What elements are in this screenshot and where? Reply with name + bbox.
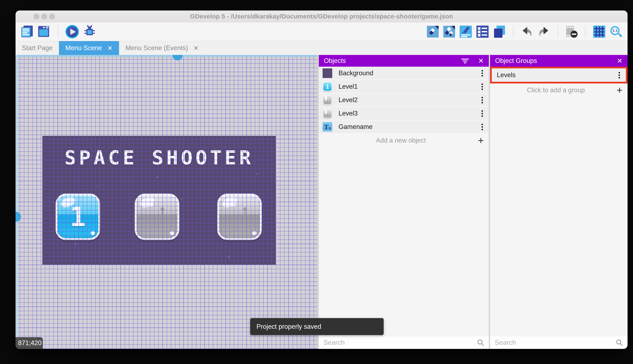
object-menu-icon[interactable]	[479, 69, 485, 77]
vertical-scrollbar[interactable]	[16, 55, 18, 349]
object-menu-icon[interactable]	[479, 96, 485, 104]
tab-label: Menu Scene	[65, 44, 102, 52]
icon-part	[481, 100, 483, 101]
add-object-label: Add a new object	[324, 137, 478, 144]
icon-part	[463, 60, 467, 62]
icon-part	[481, 88, 483, 90]
icon-part	[461, 36, 467, 37]
groups-panel-title: Object Groups	[495, 57, 537, 64]
tab-start-page[interactable]: Start Page	[16, 41, 59, 55]
tab-menu-scene[interactable]: Menu Scene ✕	[59, 41, 119, 55]
star-decoration	[97, 186, 98, 187]
tab-menu-scene-events[interactable]: Menu Scene (Events) ✕	[119, 41, 205, 55]
play-preview-icon[interactable]	[66, 25, 79, 38]
object-menu-icon[interactable]	[479, 82, 485, 91]
filter-icon[interactable]	[461, 58, 469, 63]
object-row-gamename[interactable]: Tx Gamename	[319, 120, 489, 134]
icon-part	[482, 28, 487, 29]
close-tab-icon[interactable]: ✕	[193, 44, 199, 52]
icon-part	[478, 30, 480, 33]
debug-icon[interactable]	[84, 26, 96, 38]
close-tab-icon[interactable]: ✕	[107, 44, 113, 52]
plus-icon[interactable]: +	[478, 136, 484, 146]
icon-part	[435, 26, 439, 30]
icon-part	[462, 59, 469, 60]
objects-panel-empty-area	[319, 147, 489, 336]
close-panel-icon[interactable]: ✕	[478, 58, 484, 64]
redo-icon[interactable]	[538, 26, 550, 38]
icon-part	[572, 34, 576, 35]
undo-icon[interactable]	[521, 26, 533, 38]
close-panel-icon[interactable]: ✕	[617, 58, 622, 64]
vertical-scrollbar-thumb[interactable]	[16, 212, 21, 222]
icon-part	[481, 102, 483, 103]
close-window-button[interactable]	[34, 14, 39, 19]
group-menu-icon[interactable]	[616, 71, 622, 79]
traffic-lights	[34, 14, 55, 19]
toolbar-separator	[557, 26, 558, 38]
object-row-background[interactable]: Background	[319, 67, 489, 80]
save-toast: Project properly saved	[250, 318, 384, 335]
search-icon	[616, 339, 623, 346]
plus-icon[interactable]: +	[617, 85, 622, 95]
zoom-1-1-icon[interactable]: 1:1	[610, 26, 622, 38]
scene-objects-icon[interactable]	[427, 26, 439, 38]
object-label: Gamename	[339, 123, 373, 131]
scene-properties-icon[interactable]	[460, 26, 472, 38]
add-group-row[interactable]: Click to add a group +	[490, 84, 627, 97]
minimize-window-button[interactable]	[41, 14, 47, 19]
horizontal-scrollbar-thumb[interactable]	[173, 55, 183, 60]
icon-part	[325, 96, 327, 100]
icon-part	[23, 34, 29, 35]
game-scene[interactable]: + + + SPACE SHOOTER 1	[42, 136, 276, 264]
icon-part	[594, 31, 604, 32]
icon-part	[91, 25, 92, 27]
icon-part	[481, 124, 483, 125]
groups-search-input[interactable]	[495, 339, 616, 346]
instances-list-icon[interactable]	[476, 26, 489, 38]
toggle-mask-icon[interactable]	[565, 26, 578, 38]
object-menu-icon[interactable]	[479, 123, 485, 131]
objects-panel: Objects ✕ Background 1 Level1	[319, 55, 489, 349]
object-groups-icon[interactable]	[443, 26, 455, 38]
sparkle-decoration: +	[74, 241, 77, 247]
layers-icon[interactable]	[493, 26, 505, 38]
icon-part	[618, 72, 620, 74]
icon-part	[445, 30, 449, 35]
icon-part	[84, 30, 87, 31]
horizontal-scrollbar[interactable]	[16, 55, 318, 57]
preview-window-icon[interactable]	[38, 26, 50, 38]
icon-part	[43, 27, 45, 28]
scene-editor-canvas[interactable]: + + + SPACE SHOOTER 1	[16, 55, 318, 349]
game-title-text: SPACE SHOOTER	[42, 147, 276, 169]
project-manager-icon[interactable]	[21, 26, 33, 38]
toolbar-separator	[58, 26, 58, 38]
group-row-levels[interactable]: Levels	[492, 68, 626, 82]
add-group-label: Click to add a group	[495, 86, 617, 94]
icon-part	[481, 115, 483, 117]
icon-part	[325, 110, 327, 114]
icon-part	[93, 33, 95, 34]
object-row-level1[interactable]: 1 Level1	[319, 80, 489, 94]
level3-button-sprite[interactable]	[217, 194, 262, 240]
object-menu-icon[interactable]	[479, 110, 485, 118]
main-toolbar: 1:1	[16, 22, 627, 41]
toolbar-right-group: 1:1	[427, 26, 622, 38]
icon-part	[462, 32, 464, 34]
object-row-level2[interactable]: Level2	[319, 94, 489, 107]
level-number: 1	[70, 202, 86, 232]
add-object-row[interactable]: Add a new object +	[319, 134, 489, 147]
zoom-label: 1:1	[610, 26, 619, 35]
grid-icon[interactable]	[593, 26, 605, 38]
star-decoration	[256, 174, 257, 174]
icon-part	[481, 72, 483, 74]
button-dot	[170, 231, 174, 235]
maximize-window-button[interactable]	[49, 14, 55, 19]
level1-button-sprite[interactable]: 1	[56, 194, 100, 240]
object-row-level3[interactable]: Level3	[319, 107, 489, 120]
objects-search-input[interactable]	[324, 339, 477, 346]
icon-part	[569, 27, 571, 28]
level2-button-sprite[interactable]	[135, 194, 179, 240]
text-object-icon: Tx	[323, 122, 332, 132]
search-icon	[477, 339, 484, 346]
